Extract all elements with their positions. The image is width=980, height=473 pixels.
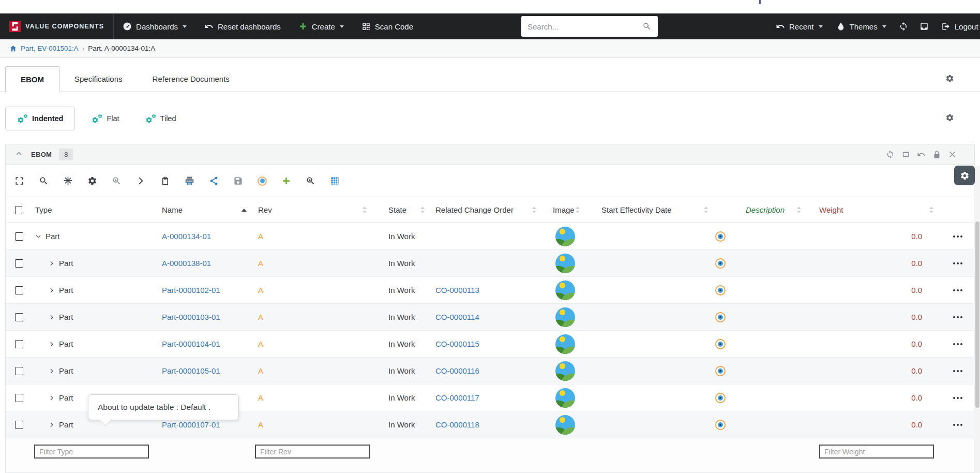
row-checkbox[interactable] [15,421,23,429]
related-change-order-link[interactable]: CO-0000113 [435,286,479,294]
settings-gear-icon[interactable] [87,176,97,186]
view-settings-gear-icon[interactable] [945,113,954,124]
column-header-name[interactable]: Name [157,197,254,223]
part-image-thumbnail[interactable] [555,388,575,408]
search-icon[interactable] [642,22,652,31]
related-change-order-link[interactable]: CO-0000118 [435,420,479,429]
table-row[interactable]: Part A-0000138-01 A In Work 0.0 [6,250,974,277]
row-checkbox[interactable] [15,394,23,402]
tab-specifications[interactable]: Specifications [59,66,138,92]
eye-icon[interactable] [715,231,726,242]
eye-icon[interactable] [715,420,726,430]
filter-weight-input[interactable] [819,445,934,459]
column-header-type[interactable]: Type [29,197,157,223]
chevron-right-icon[interactable] [49,395,55,401]
eye-icon[interactable] [715,393,726,403]
save-icon[interactable] [233,176,243,186]
nav-inbox[interactable] [914,13,934,39]
part-image-thumbnail[interactable] [555,415,575,435]
tab-reference-documents[interactable]: Reference Documents [138,66,245,92]
table-row[interactable]: Part Part-0000102-01 A In Work CO-000011… [6,277,974,304]
column-header-state[interactable]: State [374,197,432,223]
vertical-scrollbar[interactable] [974,166,980,473]
chevron-right-icon[interactable] [49,341,55,347]
tabs-settings-gear-icon[interactable] [945,74,954,84]
undo-icon[interactable] [917,150,926,159]
column-header-start-effectivity-date[interactable]: Start Effectivity Date [587,197,715,223]
nav-dashboards[interactable]: Dashboards [114,13,195,39]
chevron-right-icon[interactable] [49,260,55,267]
eye-icon[interactable] [715,339,726,349]
chevron-right-icon[interactable] [49,368,55,374]
column-header-weight[interactable]: Weight [808,197,941,223]
eye-icon[interactable] [715,312,726,322]
table-row[interactable]: Part Part-0000105-01 A In Work CO-000011… [6,358,974,385]
nav-themes[interactable]: Themes [830,13,893,39]
nav-reset-dashboards[interactable]: Reset dashboards [195,13,290,39]
nav-scan-code[interactable]: Scan Code [353,13,422,39]
part-name-link[interactable]: Part-0000107-01 [162,420,220,429]
part-image-thumbnail[interactable] [555,280,575,300]
column-header-image[interactable]: Image [544,197,587,223]
nav-recent[interactable]: Recent [769,13,830,39]
view-tab-indented[interactable]: Indented [5,107,75,130]
part-name-link[interactable]: Part-0000103-01 [162,313,220,321]
related-change-order-link[interactable]: CO-0000117 [435,393,479,402]
part-image-thumbnail[interactable] [555,334,575,354]
eye-icon[interactable] [715,285,726,295]
close-icon[interactable] [948,150,957,159]
row-actions-ellipsis[interactable] [953,397,962,399]
view-tab-tiled[interactable]: Tiled [136,107,186,130]
eye-icon[interactable] [715,366,726,376]
nav-logout[interactable]: Logout [934,13,980,39]
scrollbar-thumb[interactable] [975,221,979,408]
search-icon[interactable] [39,176,49,186]
chevron-right-icon[interactable] [49,422,55,428]
share-icon[interactable] [209,176,219,186]
row-actions-ellipsis[interactable] [953,424,962,426]
part-name-link[interactable]: Part-0000105-01 [162,366,220,375]
nav-sync[interactable] [893,13,914,39]
row-actions-ellipsis[interactable] [953,370,962,372]
part-image-thumbnail[interactable] [555,254,575,273]
view-tab-flat[interactable]: Flat [82,107,128,130]
row-checkbox[interactable] [15,313,23,321]
filter-type-input[interactable] [34,445,149,459]
column-header-description[interactable]: Description [740,197,808,223]
row-checkbox[interactable] [15,232,23,241]
row-actions-ellipsis[interactable] [953,262,962,264]
row-checkbox[interactable] [15,340,23,348]
clipboard-icon[interactable] [160,176,170,186]
panel-settings-gear-button[interactable] [954,166,975,185]
collapse-chevron-up-icon[interactable] [15,150,23,159]
table-row[interactable]: Part A-0000134-01 A In Work 0.0 [6,223,974,250]
maximize-icon[interactable] [901,150,910,159]
zoom-in-icon[interactable] [306,176,315,186]
column-header-related-change-order[interactable]: Related Change Order [432,197,544,223]
search-input[interactable] [527,22,642,31]
row-actions-ellipsis[interactable] [953,316,962,318]
part-image-thumbnail[interactable] [555,361,575,381]
part-image-thumbnail[interactable] [555,227,575,246]
target-icon[interactable] [258,176,267,186]
search-plus-icon[interactable] [112,176,122,186]
filter-rev-input[interactable] [255,445,370,459]
part-name-link[interactable]: A-0000138-01 [162,259,211,268]
part-name-link[interactable]: Part-0000102-01 [162,286,220,294]
breadcrumb-parent-link[interactable]: Part, EV-001501:A [21,45,79,52]
home-icon[interactable] [9,45,17,52]
lock-icon[interactable] [932,150,941,159]
part-name-link[interactable]: A-0000134-01 [162,232,211,241]
print-icon[interactable] [185,176,194,186]
column-header-rev[interactable]: Rev [254,197,374,223]
related-change-order-link[interactable]: CO-0000115 [435,339,479,348]
row-actions-ellipsis[interactable] [953,289,962,291]
refresh-icon[interactable] [886,150,895,159]
chevron-right-icon[interactable] [49,314,55,320]
add-icon[interactable] [281,176,291,186]
part-name-link[interactable]: Part-0000104-01 [162,339,220,348]
eye-icon[interactable] [715,258,726,269]
chevron-down-icon[interactable] [35,233,41,240]
asterisk-icon[interactable] [63,176,73,186]
chevron-right-icon[interactable] [49,287,55,293]
